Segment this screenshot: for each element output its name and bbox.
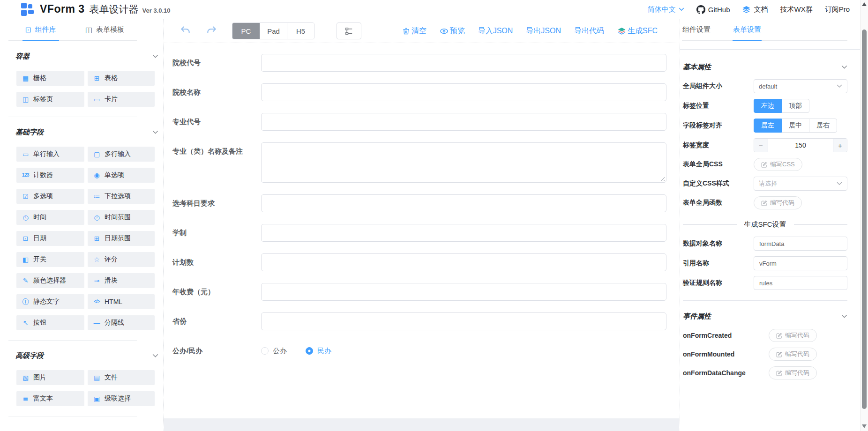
preview-button[interactable]: 预览 <box>440 26 465 36</box>
section-header[interactable]: 基础字段 <box>15 127 158 137</box>
textarea-resize-handle[interactable] <box>660 176 665 181</box>
form-field-row[interactable]: 院校代号 <box>172 54 666 72</box>
widget-item-grid[interactable]: ▦栅格 <box>16 71 84 86</box>
subscribe-pro-link[interactable]: 订阅Pro <box>825 5 850 14</box>
field-major-code-input[interactable] <box>261 113 666 131</box>
widget-item-time[interactable]: ◷时间 <box>16 210 84 225</box>
basic-props-section-header[interactable]: 基本属性 <box>683 62 847 72</box>
radio-option-public[interactable]: 公办 <box>261 347 287 356</box>
label-position-option-1[interactable]: 顶部 <box>781 99 809 113</box>
redo-button[interactable] <box>206 25 217 37</box>
stepper-decrease-button[interactable]: − <box>754 139 768 152</box>
tab-form-template[interactable]: ◫表单模板 <box>73 19 137 40</box>
field-subject-requirement-input[interactable] <box>261 194 666 212</box>
chevron-down-icon[interactable] <box>152 354 158 358</box>
clear-button[interactable]: 清空 <box>402 26 427 36</box>
global-widget-size-select[interactable]: default <box>754 79 847 93</box>
section-header[interactable]: 容器 <box>15 51 158 61</box>
export-code-button[interactable]: 导出代码 <box>574 26 604 36</box>
form-field-row[interactable]: 选考科目要求 <box>172 194 666 212</box>
radio-option-private[interactable]: 民办 <box>306 347 331 356</box>
generate-sfc-button[interactable]: 生成SFC <box>617 26 658 36</box>
widget-item-file[interactable]: ▤文件 <box>88 370 155 385</box>
widget-item-text-input[interactable]: ▭单行输入 <box>16 147 84 162</box>
widget-item-divider[interactable]: —分隔线 <box>88 315 155 330</box>
rules-name-input[interactable]: rules <box>754 276 847 290</box>
onFormCreated-edit-button[interactable]: 编写代码 <box>769 329 817 342</box>
chevron-down-icon[interactable] <box>841 65 847 69</box>
field-annual-fee-input[interactable] <box>261 283 666 301</box>
undo-button[interactable] <box>180 25 191 37</box>
form-field-row[interactable]: 院校名称 <box>172 83 666 101</box>
github-link[interactable]: GitHub <box>696 5 730 14</box>
form-field-row[interactable]: 年收费（元） <box>172 283 666 301</box>
widget-item-select[interactable]: ≔下拉选项 <box>88 189 155 204</box>
chevron-down-icon[interactable] <box>841 314 847 319</box>
form-field-row[interactable]: 公办/民办公办民办 <box>172 342 666 360</box>
form-global-css-edit-button[interactable]: 编写CSS <box>754 158 802 171</box>
event-props-section-header[interactable]: 事件属性 <box>683 311 847 321</box>
widget-item-switch[interactable]: ◧开关 <box>16 252 84 267</box>
form-field-row[interactable]: 省份 <box>172 312 666 330</box>
field-plan-count-input[interactable] <box>261 253 666 271</box>
stepper-increase-button[interactable]: + <box>833 139 847 152</box>
node-tree-button[interactable] <box>337 22 361 39</box>
scrollbar-down-arrow[interactable] <box>862 424 867 428</box>
onFormMounted-edit-button[interactable]: 编写代码 <box>769 348 817 361</box>
tab-widget-settings[interactable]: 组件设置 <box>682 19 711 40</box>
onFormDataChange-edit-button[interactable]: 编写代码 <box>769 366 817 379</box>
widget-item-rate[interactable]: ☆评分 <box>88 252 155 267</box>
field-college-code-input[interactable] <box>261 54 666 72</box>
widget-item-slider[interactable]: ⊸滑块 <box>88 273 155 288</box>
label-align-option-0[interactable]: 居左 <box>754 119 782 133</box>
scrollbar-up-arrow[interactable] <box>862 2 867 6</box>
chevron-down-icon[interactable] <box>152 130 158 134</box>
widget-item-card[interactable]: ▭卡片 <box>88 92 155 107</box>
language-selector[interactable]: 简体中文 <box>648 5 684 14</box>
device-pc-button[interactable]: PC <box>232 23 260 39</box>
label-align-option-1[interactable]: 居中 <box>781 119 809 133</box>
ref-name-input[interactable]: vForm <box>754 256 847 270</box>
field-college-name-input[interactable] <box>261 83 666 101</box>
field-province-input[interactable] <box>261 312 666 330</box>
device-h5-button[interactable]: H5 <box>287 23 314 39</box>
form-canvas[interactable]: 院校代号院校名称专业代号专业（类）名称及备注选考科目要求学制计划数年收费（元）省… <box>170 46 675 418</box>
widget-item-color-picker[interactable]: ✎颜色选择器 <box>16 273 84 288</box>
custom-css-class-select[interactable]: 请选择 <box>754 177 847 191</box>
widget-item-cascader[interactable]: ▣级联选择 <box>88 391 155 406</box>
field-major-name-remark-textarea[interactable] <box>261 142 666 183</box>
import-json-button[interactable]: 导入JSON <box>478 26 513 36</box>
scrollbar-thumb[interactable] <box>862 30 867 409</box>
widget-item-radio[interactable]: ◉单选项 <box>88 168 155 183</box>
widget-item-picture[interactable]: ▧图片 <box>16 370 84 385</box>
vertical-scrollbar[interactable] <box>860 0 868 431</box>
form-field-row[interactable]: 计划数 <box>172 253 666 271</box>
form-field-row[interactable]: 专业代号 <box>172 113 666 131</box>
docs-link[interactable]: 文档 <box>742 5 768 14</box>
widget-item-date-range[interactable]: ⊞日期范围 <box>88 231 155 246</box>
wx-group-link[interactable]: 技术WX群 <box>780 5 812 14</box>
widget-item-checkbox[interactable]: ☑多选项 <box>16 189 84 204</box>
widget-item-textarea[interactable]: ▢多行输入 <box>88 147 155 162</box>
data-object-name-input[interactable]: formData <box>754 237 847 251</box>
widget-item-rich-editor[interactable]: ≣富文本 <box>16 391 84 406</box>
widget-item-table[interactable]: ⊞表格 <box>88 71 155 86</box>
stepper-value[interactable]: 150 <box>768 139 833 152</box>
chevron-down-icon[interactable] <box>152 54 158 59</box>
form-field-row[interactable]: 学制 <box>172 224 666 242</box>
widget-item-button[interactable]: ↖按钮 <box>16 315 84 330</box>
form-global-functions-edit-button[interactable]: 编写代码 <box>754 196 802 209</box>
widget-item-time-range[interactable]: ◴时间范围 <box>88 210 155 225</box>
field-school-system-input[interactable] <box>261 224 666 242</box>
tab-widget-library[interactable]: ⊡组件库 <box>8 19 73 40</box>
label-align-option-2[interactable]: 居右 <box>809 119 837 133</box>
widget-item-tab-page[interactable]: ◫标签页 <box>16 92 84 107</box>
export-json-button[interactable]: 导出JSON <box>526 26 561 36</box>
widget-item-static-text[interactable]: Ⓣ静态文字 <box>16 294 84 309</box>
widget-item-date[interactable]: ⊡日期 <box>16 231 84 246</box>
device-pad-button[interactable]: Pad <box>260 23 287 39</box>
label-position-option-0[interactable]: 左边 <box>754 99 782 113</box>
tab-form-settings[interactable]: 表单设置 <box>733 19 762 40</box>
widget-item-html[interactable]: </>HTML <box>88 294 155 309</box>
form-field-row[interactable]: 专业（类）名称及备注 <box>172 142 666 183</box>
